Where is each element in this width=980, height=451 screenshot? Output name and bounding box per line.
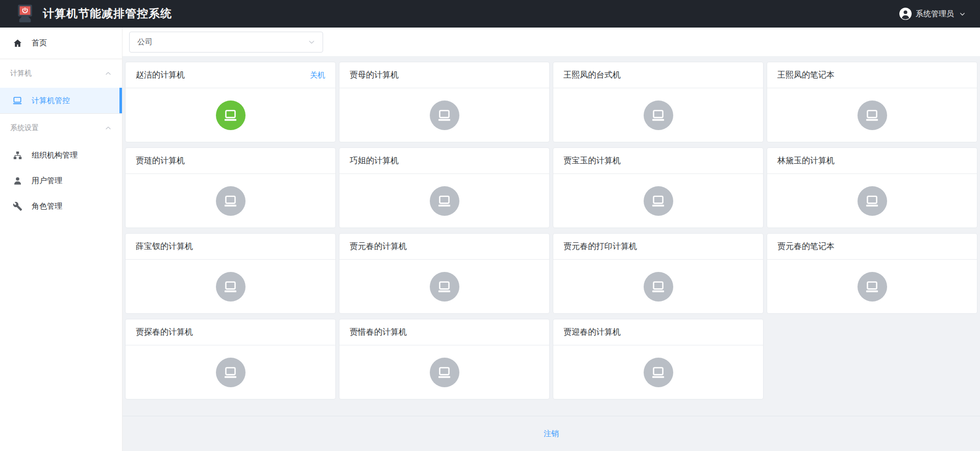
computer-card: 薛宝钗的计算机 — [125, 233, 336, 314]
computer-card-header: 巧姐的计算机 — [339, 148, 549, 174]
sidebar-item-users[interactable]: 用户管理 — [0, 168, 122, 193]
computer-card-header: 贾元春的计算机 — [339, 234, 549, 260]
sidebar-section-computer: 计算机 计算机管控 — [0, 59, 122, 114]
computer-status-icon[interactable] — [644, 101, 673, 130]
computer-status-icon[interactable] — [644, 272, 673, 302]
sidebar-item-organization[interactable]: 组织机构管理 — [0, 142, 122, 168]
computer-card: 巧姐的计算机 — [339, 147, 550, 228]
computer-card: 贾琏的计算机 — [125, 147, 336, 228]
computer-card: 贾元春的打印计算机 — [553, 233, 764, 314]
sidebar-section-header-computer[interactable]: 计算机 — [0, 59, 122, 88]
computer-card-header: 王熙凤的台式机 — [553, 62, 763, 88]
logout-link[interactable]: 注销 — [544, 429, 559, 439]
computer-name: 贾元春的打印计算机 — [564, 241, 637, 252]
computer-card-header: 王熙凤的笔记本 — [767, 62, 977, 88]
sidebar-item-label: 计算机管控 — [32, 96, 70, 106]
sidebar-section-header-settings[interactable]: 系统设置 — [0, 114, 122, 142]
laptop-icon — [12, 95, 22, 106]
computer-card-header: 贾迎春的计算机 — [553, 319, 763, 345]
computer-card: 贾探春的计算机 — [125, 319, 336, 399]
computer-card: 贾元春的计算机 — [339, 233, 550, 314]
chevron-down-icon — [308, 38, 315, 46]
computer-card-header: 贾惜春的计算机 — [339, 319, 549, 345]
computer-card-header: 林黛玉的计算机 — [767, 148, 977, 174]
sidebar-item-label: 首页 — [32, 38, 47, 48]
cards-area: 赵洁的计算机 关机 贾母的计算机 — [122, 56, 980, 416]
home-icon — [12, 38, 22, 48]
chevron-up-icon — [105, 124, 112, 132]
sidebar-item-roles[interactable]: 角色管理 — [0, 193, 122, 219]
computer-card: 贾宝玉的计算机 — [553, 147, 764, 228]
computer-name: 贾元春的计算机 — [350, 241, 407, 252]
computer-status-icon[interactable] — [430, 272, 459, 302]
computer-status-icon[interactable] — [216, 358, 246, 387]
computer-card: 赵洁的计算机 关机 — [125, 62, 336, 142]
shutdown-link[interactable]: 关机 — [310, 70, 325, 80]
computer-card: 王熙凤的台式机 — [553, 62, 764, 142]
computer-name: 贾迎春的计算机 — [564, 327, 621, 338]
computer-card: 贾迎春的计算机 — [553, 319, 764, 399]
computer-card: 林黛玉的计算机 — [767, 147, 977, 228]
computer-card-body — [339, 88, 549, 142]
computer-status-icon[interactable] — [216, 272, 246, 302]
computer-name: 贾探春的计算机 — [136, 327, 193, 338]
chevron-up-icon — [105, 70, 112, 77]
footer: 注销 — [122, 416, 980, 451]
user-icon — [12, 176, 22, 186]
org-chart-icon — [12, 150, 22, 160]
computer-status-icon[interactable] — [644, 358, 673, 387]
user-menu[interactable]: 系统管理员 — [899, 8, 966, 20]
computer-name: 林黛玉的计算机 — [777, 156, 835, 166]
computer-card-header: 贾元春的打印计算机 — [553, 234, 763, 260]
computer-card: 贾母的计算机 — [339, 62, 550, 142]
computer-name: 赵洁的计算机 — [136, 70, 185, 81]
computer-card-body — [126, 345, 335, 399]
section-label: 系统设置 — [10, 123, 39, 133]
computer-status-icon[interactable] — [216, 186, 246, 216]
computer-card-body — [553, 345, 763, 399]
section-label: 计算机 — [10, 69, 32, 78]
computer-card-header: 贾探春的计算机 — [126, 319, 335, 345]
sidebar-item-computer-control[interactable]: 计算机管控 — [0, 88, 122, 113]
computer-status-icon[interactable] — [857, 101, 887, 130]
computer-name: 薛宝钗的计算机 — [136, 241, 193, 252]
user-name: 系统管理员 — [916, 9, 954, 19]
computer-card-header: 赵洁的计算机 关机 — [126, 62, 335, 88]
sidebar-section-settings: 系统设置 组织机构管理 — [0, 114, 122, 219]
main-area: 公司 赵洁的计算机 关机 — [122, 28, 980, 451]
computer-name: 王熙凤的台式机 — [564, 70, 621, 81]
toolbar: 公司 — [122, 28, 980, 56]
computer-card-body — [553, 260, 763, 314]
computer-card: 贾惜春的计算机 — [339, 319, 550, 399]
sidebar: 首页 计算机 计算机管控 系统设置 — [0, 28, 122, 451]
sidebar-item-home[interactable]: 首页 — [0, 28, 122, 59]
computer-card: 贾元春的笔记本 — [767, 233, 977, 314]
computer-card-header: 薛宝钗的计算机 — [126, 234, 335, 260]
computer-name: 贾宝玉的计算机 — [564, 156, 621, 166]
sidebar-item-label: 角色管理 — [32, 202, 62, 211]
computer-card-grid: 赵洁的计算机 关机 贾母的计算机 — [125, 62, 977, 399]
app-header: 计算机节能减排管控系统 系统管理员 — [0, 0, 980, 28]
page-title: 计算机节能减排管控系统 — [43, 6, 172, 21]
chevron-down-icon — [959, 11, 966, 17]
computer-card-body — [126, 174, 335, 228]
computer-card-body — [767, 88, 977, 142]
company-select[interactable]: 公司 — [129, 32, 323, 53]
computer-status-icon[interactable] — [430, 358, 459, 387]
computer-card-header: 贾母的计算机 — [339, 62, 549, 88]
app-logo-laptop-power-icon — [14, 4, 36, 24]
company-select-value: 公司 — [137, 37, 153, 47]
computer-status-icon[interactable] — [857, 186, 887, 216]
computer-status-icon[interactable] — [430, 101, 459, 130]
computer-name: 贾琏的计算机 — [136, 156, 185, 166]
computer-status-icon[interactable] — [644, 186, 673, 216]
user-avatar-icon — [899, 8, 912, 20]
computer-status-icon[interactable] — [430, 186, 459, 216]
computer-status-icon[interactable] — [857, 272, 887, 302]
computer-card-body — [553, 88, 763, 142]
computer-name: 贾母的计算机 — [350, 70, 399, 81]
computer-card-header: 贾宝玉的计算机 — [553, 148, 763, 174]
computer-card-body — [339, 174, 549, 228]
computer-card: 王熙凤的笔记本 — [767, 62, 977, 142]
computer-status-icon[interactable] — [216, 101, 246, 130]
